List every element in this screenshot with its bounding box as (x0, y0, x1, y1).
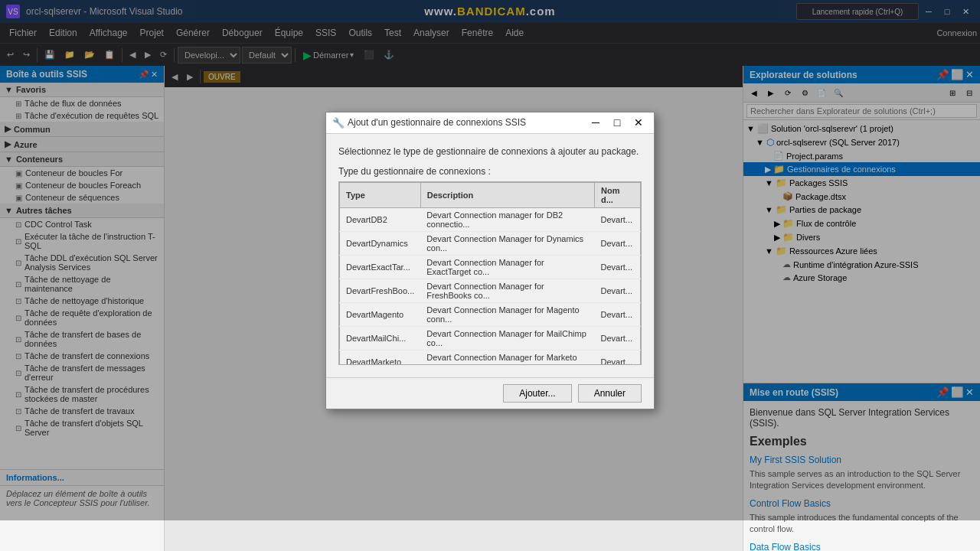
conn-row[interactable]: DevartFreshBoo...Devart Connection Manag… (340, 279, 641, 302)
col-type: Type (340, 182, 421, 207)
conn-nom: Devart... (594, 350, 640, 365)
conn-description: Devart Connection Manager for Marketo co… (420, 350, 594, 365)
conn-description: Devart Connection Manager for Magento co… (420, 302, 594, 326)
conn-tbody: DevartDB2Devart Connection manager for D… (340, 207, 641, 365)
conn-type: DevartMailChi... (340, 326, 421, 350)
col-desc: Description (420, 182, 594, 207)
modal-dialog: 🔧 Ajout d'un gestionnaire de connexions … (325, 112, 655, 409)
modal-cancel-btn[interactable]: Annuler (578, 384, 642, 403)
conn-nom: Devart... (594, 255, 640, 279)
conn-description: Devart Connection Manager for MailChimp … (420, 326, 594, 350)
conn-type: DevartDB2 (340, 207, 421, 231)
conn-row[interactable]: DevartExactTar...Devart Connection Manag… (340, 255, 641, 279)
conn-type: DevartMarketo (340, 350, 421, 365)
modal-add-btn[interactable]: Ajouter... (503, 384, 571, 403)
col-nom: Nom d... (594, 182, 640, 207)
conn-row[interactable]: DevartMarketoDevart Connection Manager f… (340, 350, 641, 365)
conn-nom: Devart... (594, 231, 640, 255)
conn-description: Devart Connection Manager for ExactTarge… (420, 255, 594, 279)
conn-description: Devart Connection Manager for Dynamics c… (420, 231, 594, 255)
conn-row[interactable]: DevartMailChi...Devart Connection Manage… (340, 326, 641, 350)
conn-row[interactable]: DevartMagentoDevart Connection Manager f… (340, 302, 641, 326)
modal-restore[interactable]: □ (608, 113, 626, 132)
modal-body: Sélectionnez le type de gestionnaire de … (326, 134, 654, 377)
conn-description: Devart Connection Manager for FreshBooks… (420, 279, 594, 302)
conn-nom: Devart... (594, 207, 640, 231)
modal-description: Sélectionnez le type de gestionnaire de … (338, 146, 642, 157)
modal-overlay: 🔧 Ajout d'un gestionnaire de connexions … (0, 0, 980, 520)
conn-nom: Devart... (594, 302, 640, 326)
modal-titlebar: 🔧 Ajout d'un gestionnaire de connexions … (326, 112, 654, 134)
conn-type: DevartExactTar... (340, 255, 421, 279)
conn-type: DevartDynamics (340, 231, 421, 255)
conn-row[interactable]: DevartDB2Devart Connection manager for D… (340, 207, 641, 231)
conn-table: Type Description Nom d... DevartDB2Devar… (339, 182, 641, 365)
modal-minimize[interactable]: ─ (586, 113, 605, 132)
modal-close[interactable]: ✕ (629, 113, 648, 132)
conn-row[interactable]: DevartDynamicsDevart Connection Manager … (340, 231, 641, 255)
conn-table-wrap[interactable]: Type Description Nom d... DevartDB2Devar… (338, 181, 642, 365)
conn-type: DevartMagento (340, 302, 421, 326)
conn-type: DevartFreshBoo... (340, 279, 421, 302)
conn-description: Devart Connection manager for DB2 connec… (420, 207, 594, 231)
ssis-data-flow-link[interactable]: Data Flow Basics (750, 542, 974, 551)
modal-title: Ajout d'un gestionnaire de connexions SS… (348, 117, 583, 128)
modal-footer: Ajouter... Annuler (326, 377, 654, 409)
modal-type-label: Type du gestionnaire de connexions : (338, 166, 642, 177)
modal-title-icon: 🔧 (332, 117, 345, 129)
conn-nom: Devart... (594, 326, 640, 350)
conn-nom: Devart... (594, 279, 640, 302)
